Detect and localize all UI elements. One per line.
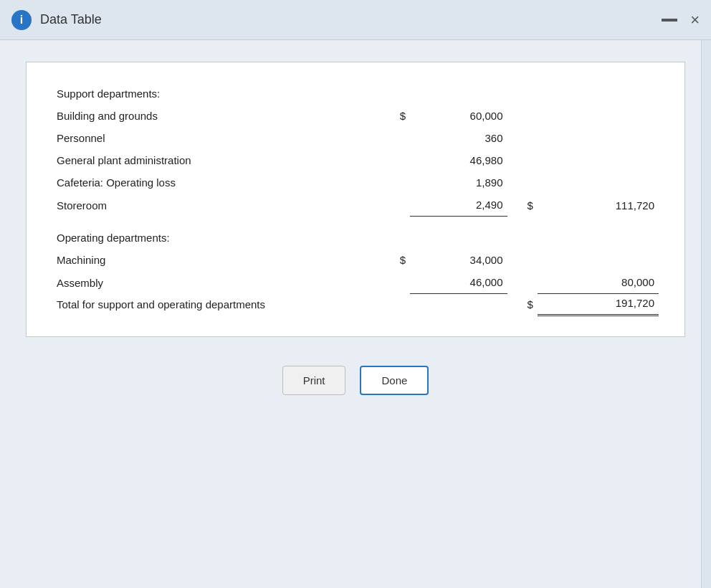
machining-value: 34,000 — [410, 249, 507, 271]
building-label: Building and grounds — [52, 105, 386, 127]
general-plant-value: 46,980 — [410, 149, 507, 171]
minimize-button[interactable] — [662, 19, 677, 22]
storeroom-label: Storeroom — [52, 194, 386, 217]
support-header-row: Support departments: — [52, 82, 659, 105]
total-label: Total for support and operating departme… — [52, 294, 386, 316]
assembly-value: 46,000 — [410, 271, 507, 294]
button-row: Print Done — [282, 366, 429, 395]
window-title: Data Table — [40, 12, 102, 27]
spacer-row — [52, 217, 659, 227]
content-area: Support departments: Building and ground… — [0, 40, 711, 588]
assembly-label: Assembly — [52, 271, 386, 294]
storeroom-value: 2,490 — [410, 194, 507, 217]
table-row: Building and grounds $ 60,000 — [52, 105, 659, 127]
table-row: Storeroom 2,490 $ 111,720 — [52, 194, 659, 217]
table-container: Support departments: Building and ground… — [26, 62, 685, 337]
cafeteria-label: Cafeteria: Operating loss — [52, 171, 386, 194]
data-table: Support departments: Building and ground… — [52, 82, 659, 316]
titlebar: i Data Table × — [0, 0, 711, 40]
grand-total-value: 191,720 — [538, 294, 659, 316]
table-row: Machining $ 34,000 — [52, 249, 659, 271]
building-value: 60,000 — [410, 105, 507, 127]
titlebar-controls: × — [662, 12, 700, 28]
close-button[interactable]: × — [690, 12, 700, 28]
titlebar-left: i Data Table — [11, 10, 102, 30]
window: i Data Table × Support d — [0, 0, 711, 588]
general-plant-label: General plant administration — [52, 149, 386, 171]
scrollbar[interactable] — [701, 40, 711, 588]
cafeteria-value: 1,890 — [410, 171, 507, 194]
table-row: General plant administration 46,980 — [52, 149, 659, 171]
building-dollar: $ — [386, 105, 410, 127]
total-row: Total for support and operating departme… — [52, 294, 659, 316]
machining-dollar: $ — [386, 249, 410, 271]
support-header: Support departments: — [52, 82, 659, 105]
table-row: Cafeteria: Operating loss 1,890 — [52, 171, 659, 194]
personnel-value: 360 — [410, 127, 507, 149]
operating-header: Operating departments: — [52, 227, 659, 249]
grand-total-dollar: $ — [507, 294, 538, 316]
operating-total-value: 80,000 — [538, 271, 659, 294]
operating-header-row: Operating departments: — [52, 227, 659, 249]
machining-label: Machining — [52, 249, 386, 271]
support-total-dollar: $ — [507, 194, 538, 217]
table-row: Personnel 360 — [52, 127, 659, 149]
info-icon: i — [11, 10, 32, 30]
support-total-value: 111,720 — [538, 194, 659, 217]
personnel-label: Personnel — [52, 127, 386, 149]
table-row: Assembly 46,000 80,000 — [52, 271, 659, 294]
done-button[interactable]: Done — [360, 366, 429, 395]
print-button[interactable]: Print — [282, 366, 346, 395]
